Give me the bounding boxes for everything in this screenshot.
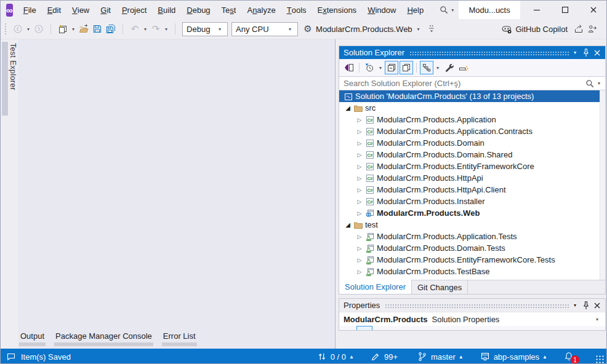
switch-views-button[interactable] (342, 61, 356, 74)
close-panel-icon[interactable] (592, 300, 603, 311)
copilot-label[interactable]: GitHub Copilot (515, 25, 568, 34)
navigate-back-caret-icon[interactable]: ▾ (27, 26, 30, 32)
redo-button[interactable]: ↷ (149, 22, 163, 36)
search-icon[interactable] (439, 4, 449, 15)
menu-analyze[interactable]: Analyze (241, 1, 281, 19)
search-dropdown-caret-icon[interactable]: ▾ (451, 7, 454, 13)
git-repo[interactable]: abp-samples▲ (480, 351, 547, 362)
tab-git-changes[interactable]: Git Changes (412, 280, 468, 294)
menu-extensions[interactable]: Extensions (312, 1, 363, 19)
tree-item-modularcrm-products-installer[interactable]: ▷C#ModularCrm.Products.Installer (339, 196, 605, 207)
tab-solution-explorer[interactable]: Solution Explorer (339, 280, 412, 294)
menu-project[interactable]: Project (116, 1, 152, 19)
expand-arrow-icon[interactable]: ▷ (355, 129, 364, 135)
copilot-icon[interactable] (501, 23, 512, 34)
tree-item-test[interactable]: ◢test (339, 219, 605, 231)
properties-object-selector[interactable]: ModularCrm.Products Solution Properties … (339, 312, 605, 326)
solution-explorer-header[interactable]: Solution Explorer ▾ (339, 46, 605, 59)
expand-arrow-icon[interactable]: ▷ (355, 175, 364, 181)
tab-output[interactable]: Output (19, 330, 46, 346)
tree-item-modularcrm-products-entityframeworkcore[interactable]: ▷C#ModularCrm.Products.EntityFrameworkCo… (339, 160, 605, 172)
git-branch[interactable]: master▲ (417, 351, 464, 362)
tree-item-modularcrm-products-domain[interactable]: ▷C#ModularCrm.Products.Domain (339, 137, 605, 149)
collapse-all-button[interactable] (385, 61, 398, 74)
panel-drag-texture[interactable] (409, 51, 569, 56)
tree-item-src[interactable]: ◢src (339, 102, 605, 114)
tab-error-list[interactable]: Error List (162, 330, 197, 346)
panel-drag-texture[interactable] (385, 304, 569, 309)
pending-changes-filter-button[interactable] (363, 61, 376, 74)
tree-item-modularcrm-products-application-tests[interactable]: ▷ModularCrm.Products.Application.Tests (339, 231, 605, 242)
expand-arrow-icon[interactable]: ▷ (355, 234, 364, 240)
tree-item-modularcrm-products-domain-tests[interactable]: ▷ModularCrm.Products.Domain.Tests (339, 242, 605, 254)
undo-button[interactable]: ↶ (128, 22, 142, 36)
menu-test[interactable]: Test (216, 1, 242, 19)
search-magnifier-icon[interactable] (584, 78, 595, 89)
notifications[interactable]: 1 (563, 349, 579, 364)
expand-arrow-icon[interactable]: ▷ (355, 117, 364, 123)
close-panel-icon[interactable] (592, 47, 603, 58)
tree-item-modularcrm-products-application[interactable]: ▷C#ModularCrm.Products.Application (339, 114, 605, 125)
menu-view[interactable]: View (66, 1, 95, 19)
minimize-button[interactable] (523, 1, 551, 19)
navigate-back-button[interactable] (11, 22, 25, 36)
properties-button[interactable] (442, 61, 456, 74)
redo-caret-icon[interactable]: ▾ (165, 26, 167, 32)
pin-icon[interactable] (581, 47, 592, 58)
window-position-caret-icon[interactable]: ▾ (569, 300, 581, 311)
new-project-caret-icon[interactable]: ▾ (72, 26, 74, 32)
properties-header[interactable]: Properties ▾ (339, 299, 605, 312)
save-button[interactable] (90, 22, 104, 36)
navigate-forward-button[interactable] (32, 22, 46, 36)
platform-combo[interactable]: Any CPU▾ (231, 22, 298, 36)
save-all-button[interactable] (104, 22, 118, 36)
feedback-icon[interactable] (6, 351, 17, 362)
maximize-button[interactable] (551, 1, 579, 19)
tree-item-modularcrm-products-web[interactable]: ▷ModularCrm.Products.Web (339, 207, 605, 219)
expand-arrow-icon[interactable]: ▷ (355, 257, 364, 263)
expand-arrow-icon[interactable]: ▷ (355, 199, 364, 205)
tree-item-modularcrm-products-domain-shared[interactable]: ▷C#ModularCrm.Products.Domain.Shared (339, 149, 605, 160)
menu-git[interactable]: Git (95, 1, 116, 19)
menu-window[interactable]: Window (362, 1, 401, 19)
expand-arrow-icon[interactable]: ▷ (355, 187, 364, 193)
tree-item-modularcrm-products-httpapi[interactable]: ▷C#ModularCrm.Products.HttpApi (339, 172, 605, 184)
menu-help[interactable]: Help (401, 1, 429, 19)
tree-item-modularcrm-products-testbase[interactable]: ▷ModularCrm.Products.TestBase (339, 266, 605, 277)
live-share-button[interactable] (585, 22, 599, 36)
expand-arrow-icon[interactable]: ▷ (355, 140, 364, 146)
tab-package-manager-console[interactable]: Package Manager Console (54, 330, 153, 346)
tree-item-solution-modularcrm-products-13-of-13-projects[interactable]: Solution 'ModularCrm.Products' (13 of 13… (339, 90, 605, 102)
new-project-button[interactable] (56, 22, 70, 36)
expand-arrow-icon[interactable]: ▷ (355, 152, 364, 158)
share-button[interactable] (572, 22, 585, 36)
window-position-caret-icon[interactable]: ▾ (569, 47, 581, 58)
preview-selected-items-button[interactable] (457, 61, 470, 74)
show-all-files-caret-icon[interactable]: ▾ (436, 65, 439, 71)
toolbar-grip[interactable] (4, 23, 7, 35)
sync-with-active-document-button[interactable] (400, 61, 413, 74)
menu-edit[interactable]: Edit (42, 1, 66, 19)
startup-project-button[interactable]: ⚙ ModularCrm.Products.Web ▾ (302, 23, 422, 34)
collapse-arrow-icon[interactable]: ◢ (343, 105, 353, 111)
tab-test-explorer[interactable]: Test Explorer (9, 43, 17, 90)
expand-arrow-icon[interactable]: ▷ (355, 245, 364, 251)
expand-arrow-icon[interactable]: ▷ (355, 269, 364, 275)
pin-icon[interactable] (581, 300, 592, 311)
sync-status[interactable]: 0 / 0▲ (316, 351, 354, 362)
tree-item-modularcrm-products-httpapi-client[interactable]: ▷C#ModularCrm.Products.HttpApi.Client (339, 184, 605, 196)
menu-tools[interactable]: Tools (281, 1, 312, 19)
open-file-button[interactable] (77, 22, 90, 36)
tree-scrollbar[interactable] (600, 90, 605, 280)
undo-caret-icon[interactable]: ▾ (144, 26, 147, 32)
close-button[interactable] (579, 1, 607, 19)
collapse-arrow-icon[interactable]: ◢ (343, 221, 353, 228)
configuration-combo[interactable]: Debug▾ (182, 22, 228, 36)
resize-grip[interactable] (595, 355, 604, 363)
pending-edits[interactable]: 99+ (370, 351, 401, 362)
show-all-files-button[interactable] (420, 61, 433, 74)
expand-arrow-icon[interactable]: ▷ (355, 210, 364, 216)
pending-changes-filter-caret-icon[interactable]: ▾ (379, 65, 382, 71)
menu-file[interactable]: File (18, 1, 42, 19)
expand-arrow-icon[interactable]: ▷ (355, 164, 364, 170)
